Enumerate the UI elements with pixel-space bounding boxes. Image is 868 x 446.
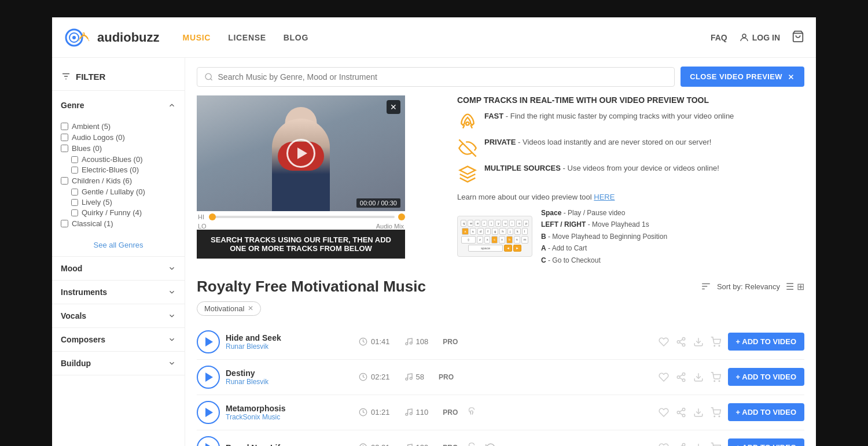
add-to-video-button-4[interactable]: + ADD TO VIDEO xyxy=(728,438,804,446)
favorite-icon-3[interactable] xyxy=(659,407,669,418)
instruments-section-header[interactable]: Instruments xyxy=(52,281,185,304)
genre-electric-blues-checkbox[interactable] xyxy=(71,167,78,174)
track-bpm-text-4: 129 xyxy=(416,443,429,446)
feature-list: FAST - Find the right music faster by co… xyxy=(457,112,804,184)
track-play-button-4[interactable] xyxy=(197,436,220,446)
genre-blues[interactable]: Blues (0) xyxy=(61,144,176,153)
shortcut-b: B - Move Playhead to Beginning Position xyxy=(541,231,667,242)
learn-more-link[interactable]: HERE xyxy=(594,193,615,201)
genre-electric-blues[interactable]: Electric-Blues (0) xyxy=(71,165,176,174)
key-shift: ⇧ xyxy=(461,236,476,244)
cart-icon-4[interactable] xyxy=(711,443,721,446)
genre-lively[interactable]: Lively (5) xyxy=(71,198,176,207)
share-icon-4[interactable] xyxy=(676,443,686,446)
nav-music[interactable]: MUSIC xyxy=(183,33,211,42)
header-right: FAQ LOG IN xyxy=(711,30,804,45)
genre-lively-checkbox[interactable] xyxy=(71,199,78,206)
add-to-video-button-2[interactable]: + ADD TO VIDEO xyxy=(728,368,804,386)
timeline-bar[interactable] xyxy=(209,216,395,218)
genre-section-header[interactable]: Genre xyxy=(52,94,185,117)
download-icon-2[interactable] xyxy=(693,372,704,382)
genre-children[interactable]: Children / Kids (6) xyxy=(61,176,176,185)
track-row: Hide and Seek Runar Blesvik 01:41 108 PR… xyxy=(197,325,804,360)
genre-gentle-lullaby[interactable]: Gentle / Lullaby (0) xyxy=(71,187,176,196)
comp-info-panel: COMP TRACKS IN REAL-TIME WITH OUR VIDEO … xyxy=(457,95,804,266)
genre-ambient[interactable]: Ambient (5) xyxy=(61,122,176,131)
genre-classical-checkbox[interactable] xyxy=(61,220,68,227)
genre-quirky-funny[interactable]: Quirky / Funny (4) xyxy=(71,208,176,217)
key-b-orange: b xyxy=(506,236,513,244)
genre-blues-checkbox[interactable] xyxy=(61,145,68,152)
page-title: Royalty Free Motivational Music xyxy=(197,278,426,296)
favorite-icon-1[interactable] xyxy=(659,337,669,347)
track-artist-2[interactable]: Runar Blesvik xyxy=(226,378,341,386)
list-view-icon[interactable]: ☰ xyxy=(786,281,794,292)
genre-children-checkbox[interactable] xyxy=(61,177,68,185)
genre-classical[interactable]: Classical (1) xyxy=(61,219,176,228)
key-m: m xyxy=(521,236,528,244)
svg-point-39 xyxy=(714,381,715,382)
faq-link[interactable]: FAQ xyxy=(711,33,727,42)
search-bar: CLOSE VIDEO PREVIEW xyxy=(197,67,804,87)
key-g: g xyxy=(492,228,498,235)
undo-icon-4[interactable] xyxy=(486,443,496,446)
share-icon-1[interactable] xyxy=(676,337,686,347)
sort-icon[interactable] xyxy=(701,281,711,292)
track-actions-2: + ADD TO VIDEO xyxy=(659,368,804,386)
add-to-video-button-3[interactable]: + ADD TO VIDEO xyxy=(728,403,804,421)
genre-quirky-funny-checkbox[interactable] xyxy=(71,209,78,216)
genre-ambient-checkbox[interactable] xyxy=(61,123,68,130)
track-play-button-3[interactable] xyxy=(197,401,220,424)
grid-view-icon[interactable]: ⊞ xyxy=(797,281,804,292)
filter-header[interactable]: FILTER xyxy=(52,67,185,91)
track-artist-1[interactable]: Runar Blesvik xyxy=(226,342,341,351)
genre-audio-logos[interactable]: Audio Logos (0) xyxy=(61,133,176,142)
close-video-button[interactable]: ✕ xyxy=(387,100,400,114)
key-q: q xyxy=(461,220,466,227)
close-preview-button[interactable]: CLOSE VIDEO PREVIEW xyxy=(681,67,804,87)
genre-gentle-lullaby-checkbox[interactable] xyxy=(71,189,78,196)
video-play-button[interactable] xyxy=(286,139,315,168)
vocals-section-header[interactable]: Vocals xyxy=(52,304,185,327)
track-play-button-2[interactable] xyxy=(197,366,220,389)
close-preview-label: CLOSE VIDEO PREVIEW xyxy=(690,72,782,81)
cart-icon-1[interactable] xyxy=(711,337,721,347)
track-bpm-3: 110 xyxy=(404,408,429,416)
cart-button[interactable] xyxy=(792,30,804,45)
download-icon-4[interactable] xyxy=(693,443,704,446)
add-to-video-button-1[interactable]: + ADD TO VIDEO xyxy=(728,333,804,351)
favorite-icon-2[interactable] xyxy=(659,372,669,382)
download-icon-3[interactable] xyxy=(693,407,704,418)
cart-icon-3[interactable] xyxy=(711,407,721,418)
remove-filter-button[interactable]: ✕ xyxy=(248,304,253,312)
nav-blog[interactable]: BLOG xyxy=(284,33,308,42)
cart-icon-2[interactable] xyxy=(711,372,721,382)
mood-section-header[interactable]: Mood xyxy=(52,257,185,280)
genre-audio-logos-checkbox[interactable] xyxy=(61,134,68,141)
clock-icon-2 xyxy=(359,373,367,381)
composers-section-header[interactable]: Composers xyxy=(52,328,185,351)
login-button[interactable]: LOG IN xyxy=(739,32,780,43)
buildup-section-header[interactable]: Buildup xyxy=(52,352,185,375)
share-icon-3[interactable] xyxy=(676,407,686,418)
genre-acoustic-blues[interactable]: Acoustic-Blues (0) xyxy=(71,155,176,164)
track-artist-3[interactable]: TrackSonix Music xyxy=(226,413,341,421)
svg-point-32 xyxy=(410,378,412,380)
shortcut-a: A - Add to Cart xyxy=(541,242,667,254)
search-input-wrap[interactable] xyxy=(197,67,675,87)
track-list: Hide and Seek Runar Blesvik 01:41 108 PR… xyxy=(197,325,804,446)
svg-point-55 xyxy=(682,443,685,446)
download-icon-1[interactable] xyxy=(693,337,704,347)
genre-acoustic-blues-checkbox[interactable] xyxy=(71,156,78,163)
svg-point-21 xyxy=(410,342,412,345)
favorite-icon-4[interactable] xyxy=(659,443,669,446)
share-icon-2[interactable] xyxy=(676,372,686,382)
track-bpm-text-2: 58 xyxy=(416,373,424,381)
feature-private: PRIVATE - Videos load instantly and are … xyxy=(457,138,804,158)
track-play-button-1[interactable] xyxy=(197,330,220,353)
see-all-genres[interactable]: See all Genres xyxy=(52,236,185,256)
preview-panel: ✕ 00:00 / 00:30 HI xyxy=(197,95,804,266)
nav-license[interactable]: LICENSE xyxy=(228,33,266,42)
logo[interactable]: a audiobuzz xyxy=(64,26,160,49)
search-input[interactable] xyxy=(218,72,668,82)
